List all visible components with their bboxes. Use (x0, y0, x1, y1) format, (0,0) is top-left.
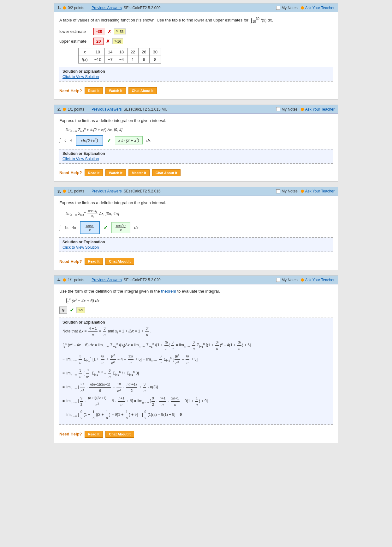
header-right-4: My Notes Ask Your Teacher (276, 278, 335, 282)
read-it-btn-1[interactable]: Read It (85, 87, 103, 94)
my-notes-label-1: My Notes (282, 6, 298, 10)
table-cell: x (79, 48, 91, 56)
read-it-btn-4[interactable]: Read It (85, 431, 103, 438)
watch-it-btn-2[interactable]: Watch It (105, 169, 126, 176)
my-notes-4[interactable]: My Notes (276, 278, 298, 282)
ask-teacher-label-3: Ask Your Teacher (305, 189, 335, 193)
need-help-label-4: Need Help? (59, 432, 82, 436)
chat-btn-2[interactable]: Chat About It (152, 169, 181, 176)
upper-answer-wrong: 20 (93, 38, 104, 45)
ask-teacher-4[interactable]: Ask Your Teacher (301, 278, 335, 282)
read-it-btn-2[interactable]: Read It (85, 169, 103, 176)
lower-estimate-row: lower estimate -30 ✗ ✎ -56 (59, 28, 333, 35)
notes-checkbox-3[interactable] (276, 189, 280, 193)
my-notes-label-3: My Notes (282, 189, 298, 193)
teacher-dot-4 (301, 278, 304, 282)
header-right-2: My Notes Ask Your Teacher (276, 107, 335, 112)
check-2: ✓ (107, 137, 111, 143)
solution-link-1[interactable]: Click to View Solution (62, 75, 330, 79)
answer-display-3: cos(x)x (111, 222, 130, 233)
prev-answers-4[interactable]: Previous Answers (92, 278, 122, 282)
solution-link-3[interactable]: Click to View Solution (62, 245, 330, 250)
solution-link-2[interactable]: Click to View Solution (62, 157, 330, 161)
points-3: 1/1 points (68, 189, 84, 193)
header-left-3: 3. 1/1 points | Previous Answers SEssCal… (57, 189, 162, 194)
solution-title-3: Solution or Explanation (62, 240, 330, 244)
need-help-row-4: Need Help? Read It Chat About It (59, 428, 333, 439)
prev-answers-2[interactable]: Previous Answers (92, 107, 122, 112)
integral-box-3: cosxx (80, 221, 100, 234)
question-body-2: Express the limit as a definite integral… (54, 114, 338, 181)
notes-checkbox-2[interactable] (276, 107, 280, 111)
math-display-2: ∫04 xln(2+x2) ✓ x ln (2 + x2) dx (59, 135, 333, 146)
points-2: 1/1 points (68, 107, 84, 112)
course-code-3: SEssCalcET2 5.2.016. (123, 189, 162, 193)
master-it-btn-2[interactable]: Master It (128, 169, 150, 176)
integral-box-2: xln(2+x2) (76, 135, 103, 146)
check-3: ✓ (104, 225, 108, 231)
answer-pencil-4[interactable]: ✎ 9 (76, 307, 85, 313)
header-right-1: My Notes Ask Your Teacher (276, 6, 335, 10)
teacher-dot-3 (301, 190, 304, 193)
my-notes-1[interactable]: My Notes (276, 6, 298, 10)
question-number-4: 4. (57, 277, 61, 282)
ask-teacher-label-2: Ask Your Teacher (305, 107, 335, 112)
solution-section-2: Solution or Explanation Click to View So… (59, 149, 333, 164)
my-notes-2[interactable]: My Notes (276, 107, 298, 112)
lower-answer-wrong: -30 (93, 28, 105, 35)
table-cell: 26 (139, 48, 150, 56)
table-cell: 22 (127, 48, 138, 56)
answer-display-2: x ln (2 + x2) (115, 136, 143, 144)
math-display-3: ∫3π4π cosxx ✓ cos(x)x dx (59, 221, 333, 234)
question-text-3: Express the limit as a definite integral… (59, 200, 333, 206)
ask-teacher-2[interactable]: Ask Your Teacher (301, 107, 335, 112)
need-help-row-1: Need Help? Read It Watch It Chat About I… (59, 85, 333, 95)
lower-pencil[interactable]: ✎ -56 (114, 28, 126, 34)
my-notes-label-4: My Notes (282, 278, 298, 282)
chat-btn-1[interactable]: Chat About It (128, 87, 157, 94)
chat-btn-3[interactable]: Chat About It (105, 258, 134, 265)
course-code-2: SEssCalcET2 5.2.015.MI. (123, 107, 167, 112)
ask-teacher-label-4: Ask Your Teacher (305, 278, 335, 282)
table-cell: 14 (104, 48, 116, 56)
solution-title-4: Solution or Explanation (62, 320, 330, 325)
watch-it-btn-1[interactable]: Watch It (105, 87, 126, 94)
integral-expr-4: ∫14 (x2 − 4x + 6) dx (66, 298, 333, 304)
table-cell: f(x) (79, 56, 91, 64)
table-cell: −10 (91, 56, 104, 64)
upper-pencil[interactable]: ✎ 16 (112, 38, 123, 44)
ask-teacher-1[interactable]: Ask Your Teacher (301, 6, 335, 10)
chat-btn-4[interactable]: Chat About It (105, 431, 134, 438)
question-header-4: 4. 1/1 points | Previous Answers SEssCal… (54, 276, 338, 284)
question-text-2: Express the limit as a definite integral… (59, 118, 333, 124)
check-4: ✓ (70, 307, 74, 313)
status-dot-2 (63, 108, 66, 111)
course-code-4: SEssCalcET2 5.2.020. (123, 278, 162, 282)
values-table-1: x 10 14 18 22 26 30 f(x) −10 −7 −4 1 6 8 (78, 48, 161, 64)
status-dot-1 (63, 6, 66, 9)
course-code-1: SEssCalcET2 5.2.009. (123, 6, 162, 10)
prev-answers-1[interactable]: Previous Answers (92, 6, 122, 10)
need-help-label-3: Need Help? (59, 259, 82, 264)
question-number-1: 1. (57, 5, 61, 10)
ask-teacher-3[interactable]: Ask Your Teacher (301, 189, 335, 193)
need-help-label-2: Need Help? (59, 170, 82, 175)
teacher-dot-2 (301, 108, 304, 111)
solution-section-4: Solution or Explanation Note that Δx = 4… (59, 318, 333, 425)
my-notes-3[interactable]: My Notes (276, 189, 298, 193)
header-right-3: My Notes Ask Your Teacher (276, 189, 335, 193)
question-body-1: A table of values of an increasing funct… (54, 12, 338, 99)
question-number-2: 2. (57, 107, 61, 112)
teacher-dot-1 (301, 6, 304, 9)
prev-answers-3[interactable]: Previous Answers (92, 189, 122, 193)
question-header-2: 2. 1/1 points | Previous Answers SEssCal… (54, 105, 338, 114)
lower-label: lower estimate (59, 29, 91, 34)
limit-expr-3: limn→∞ Σi=1n cos xixi Δx, [3π, 4π] (66, 209, 333, 219)
my-notes-label-2: My Notes (282, 107, 298, 112)
points-4: 1/1 points (68, 278, 84, 282)
lower-xmark: ✗ (108, 29, 111, 34)
notes-checkbox-1[interactable] (276, 6, 280, 10)
header-left-4: 4. 1/1 points | Previous Answers SEssCal… (57, 277, 162, 282)
notes-checkbox-4[interactable] (276, 278, 280, 282)
read-it-btn-3[interactable]: Read It (85, 258, 103, 265)
